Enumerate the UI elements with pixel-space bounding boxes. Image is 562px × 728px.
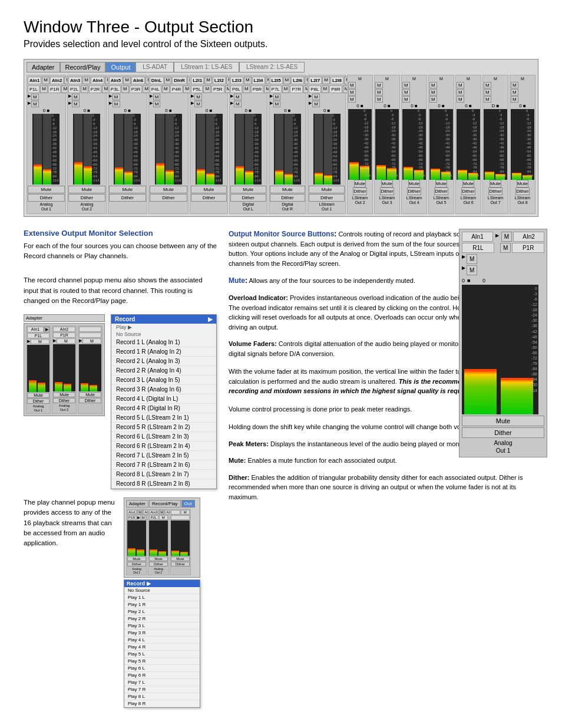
ch13-m2[interactable]: M xyxy=(457,89,464,95)
play-item-4r[interactable]: Play 4 R xyxy=(124,644,200,651)
play-item-3l[interactable]: Play 3 L xyxy=(124,622,200,630)
ch2-mute[interactable]: Mute xyxy=(68,186,105,193)
record-item-7[interactable]: Record 4 L (Digital In L) xyxy=(111,394,216,404)
play-item-2r[interactable]: Play 2 R xyxy=(124,615,200,622)
record-item-16[interactable]: Record 8 R (LStream 2 In 8) xyxy=(111,479,216,489)
play-ch3-dither[interactable]: Dither xyxy=(171,562,190,566)
play-item-8l[interactable]: Play 8 L xyxy=(124,693,200,700)
play-ch2-m[interactable]: M xyxy=(159,510,164,515)
tab-ls-aes-1[interactable]: LStream 1: LS-AES xyxy=(174,62,239,73)
play-item-4l[interactable]: Play 4 L xyxy=(124,637,200,644)
big-fader[interactable]: 0-3-6-12-18-24-30-36-42-48-54-60-66-72-7… xyxy=(462,285,538,414)
record-item-10[interactable]: Record 5 R (LStream 2 In 2) xyxy=(111,423,216,432)
ch10-mute[interactable]: Mute xyxy=(381,180,393,187)
ch10-m3[interactable]: M xyxy=(375,96,383,103)
ch11-m[interactable]: M xyxy=(402,82,410,88)
ch6-arr-m[interactable]: M xyxy=(234,94,242,100)
ch15-mute[interactable]: Mute xyxy=(517,180,528,187)
ch6-m-btn[interactable]: M xyxy=(244,77,252,84)
record-item-5[interactable]: Record 3 L (Analog In 5) xyxy=(111,375,216,385)
ch10-fader[interactable]: 0-3-6-12-18-24-30-36-42-48-54-60-66-72-7… xyxy=(375,109,399,180)
ch9-dither[interactable]: Dither xyxy=(353,187,366,195)
ch4-fader[interactable]: 0-3-6-12-18-24-30-36-42-48-54-60-66-72-7… xyxy=(155,114,182,185)
play-item-6l[interactable]: Play 6 L xyxy=(124,665,200,672)
ch11-m2[interactable]: M xyxy=(402,89,410,95)
play-item-7l[interactable]: Play 7 L xyxy=(124,679,200,686)
play-menu-nosource[interactable]: No Source xyxy=(124,587,200,594)
play-item-8r[interactable]: Play 8 R xyxy=(124,700,200,707)
ch2-sub-m[interactable]: M xyxy=(81,85,88,93)
record-menu-nosource[interactable]: No Source xyxy=(111,331,216,338)
ch3-m-btn[interactable]: M xyxy=(123,77,131,84)
big-mute-btn[interactable]: Mute xyxy=(462,416,544,426)
ch7-fader[interactable]: 0-3-6-12-18-24-30-36-42-48-54-60-66-72-7… xyxy=(274,114,301,185)
record-item-14[interactable]: Record 7 R (LStream 2 In 6) xyxy=(111,460,216,470)
ch2-fader[interactable]: 0-3-6-12-18-24-30-36-42-48-54-60-66-72-7… xyxy=(73,114,100,185)
play-item-3r[interactable]: Play 3 R xyxy=(124,630,200,637)
ch13-mute[interactable]: Mute xyxy=(462,180,474,187)
mini-ch3-fader[interactable] xyxy=(79,344,101,391)
ch13-dither[interactable]: Dither xyxy=(461,187,475,195)
play-ch2-mute[interactable]: Mute xyxy=(149,556,168,561)
play-ch1-fader[interactable] xyxy=(127,521,146,556)
ch11-fader[interactable]: 0-3-6-12-18-24-30-36-42-48-54-60-66-72-7… xyxy=(402,109,426,180)
mini-ch2-fader[interactable] xyxy=(53,344,75,391)
tab-output[interactable]: Output xyxy=(105,62,135,73)
ch9-fader[interactable]: 0-3-6-12-18-24-30-36-42-48-54-60-66-72-7… xyxy=(348,109,372,180)
ch7-arr-m[interactable]: M xyxy=(273,94,281,100)
ch14-m[interactable]: M xyxy=(484,82,491,88)
play-tab-out[interactable]: Out xyxy=(181,500,195,508)
mini-ch1-dither[interactable]: Dither xyxy=(27,398,49,404)
ch4-dither[interactable]: Dither xyxy=(150,194,187,202)
play-ch2-dither[interactable]: Dither xyxy=(149,562,168,566)
ch3-dither[interactable]: Dither xyxy=(109,194,146,202)
ch14-mute[interactable]: Mute xyxy=(490,180,501,187)
play-ch2-fader[interactable] xyxy=(149,521,168,556)
ch9-m3[interactable]: M xyxy=(348,96,356,103)
ch7-arr-m2[interactable]: M xyxy=(273,101,281,107)
mini-ch1-mute[interactable]: Mute xyxy=(27,393,49,398)
play-item-5l[interactable]: Play 5 L xyxy=(124,651,200,658)
record-item-9[interactable]: Record 5 L (LStream 2 In 1) xyxy=(111,413,216,423)
ch7-m-btn[interactable]: M xyxy=(283,77,291,84)
ch8-sub-m[interactable]: M xyxy=(322,85,329,93)
ch15-fader[interactable]: 0-3-6-12-18-24-30-36-42-48-54-60-66-72-7… xyxy=(511,109,534,180)
ch5-fader[interactable]: 0-3-6-12-18-24-30-36-42-48-54-60-66-72-7… xyxy=(196,114,223,185)
ch15-m3[interactable]: M xyxy=(511,96,518,103)
ch14-m2[interactable]: M xyxy=(484,89,491,95)
ch8-arr-m2[interactable]: M xyxy=(312,101,320,107)
ch7-dither[interactable]: Dither xyxy=(270,194,306,202)
mini-ch2-mute[interactable]: Mute xyxy=(53,392,75,397)
record-item-12[interactable]: Record 6 R (LStream 2 In 4) xyxy=(111,442,216,451)
big-ch1-m-btn[interactable]: M xyxy=(501,232,512,242)
mini-ch2-dither[interactable]: Dither xyxy=(53,398,75,403)
ch4-arr-m2[interactable]: M xyxy=(153,101,161,107)
ch6-sub-m[interactable]: M xyxy=(243,85,250,93)
play-item-2l[interactable]: Play 2 L xyxy=(124,608,200,615)
record-item-11[interactable]: Record 6 L (LStream 2 In 3) xyxy=(111,432,216,442)
ch6-mute[interactable]: Mute xyxy=(230,186,266,193)
ch13-m[interactable]: M xyxy=(457,82,464,88)
ch2-arr-m[interactable]: M xyxy=(72,94,80,100)
play-ch1-dither[interactable]: Dither xyxy=(127,562,146,566)
ch12-fader[interactable]: 0-3-6-12-18-24-30-36-42-48-54-60-66-72-7… xyxy=(429,109,453,180)
ch5-sub-m[interactable]: M xyxy=(203,85,211,93)
play-ch1-mute[interactable]: Mute xyxy=(127,556,146,561)
ch9-mute[interactable]: Mute xyxy=(354,180,366,187)
tab-ls-aes-2[interactable]: LStream 2: LS-AES xyxy=(239,62,305,73)
ch14-fader[interactable]: 0-3-6-12-18-24-30-36-42-48-54-60-66-72-7… xyxy=(484,109,507,180)
ch8-mute[interactable]: Mute xyxy=(309,186,345,193)
ch1-sub-m[interactable]: M xyxy=(40,85,48,93)
ch3-mute[interactable]: Mute xyxy=(109,186,146,193)
ch10-m2[interactable]: M xyxy=(375,89,383,95)
ch9-m[interactable]: M xyxy=(348,82,356,88)
ch6-dither[interactable]: Dither xyxy=(230,194,266,202)
ch4-m-btn[interactable]: M xyxy=(164,77,172,84)
ch12-dither[interactable]: Dither xyxy=(434,187,448,195)
mini-ch1-m[interactable]: ▶ xyxy=(44,327,49,332)
big-m4[interactable]: M xyxy=(467,265,477,275)
record-item-8[interactable]: Record 4 R (Digital In R) xyxy=(111,404,216,413)
ch3-fader[interactable]: 0-3-6-12-18-24-30-36-42-48-54-60-66-72-7… xyxy=(114,114,141,185)
mini-ch3-mute[interactable]: Mute xyxy=(79,392,101,397)
ch15-dither[interactable]: Dither xyxy=(515,187,529,195)
